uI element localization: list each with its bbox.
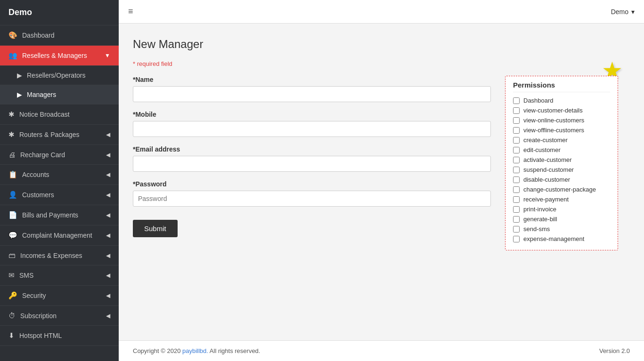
permission-checkbox-change-customer-package[interactable]	[513, 186, 520, 193]
sidebar-item-bills-payments[interactable]: 📄 Bills and Payments ◀	[0, 205, 119, 225]
permission-label-expense-management: expense-management	[523, 235, 584, 242]
footer-version-label: Version	[599, 347, 620, 354]
sidebar-item-label: Bills and Payments	[22, 211, 78, 219]
password-field-group: *Password	[133, 180, 491, 207]
sidebar-item-sms[interactable]: ✉ SMS ◀	[0, 265, 119, 286]
name-field-group: *Name	[133, 76, 491, 102]
page-title: New Manager	[133, 38, 630, 51]
permission-item-edit-customer: edit-customer	[513, 146, 610, 153]
permission-item-print-invoice: print-invoice	[513, 206, 610, 213]
permission-checkbox-view-online-customers[interactable]	[513, 117, 520, 124]
permission-checkbox-dashboard[interactable]	[513, 97, 520, 104]
mobile-label: *Mobile	[133, 111, 491, 118]
permission-checkbox-print-invoice[interactable]	[513, 206, 520, 213]
sidebar-item-label: Managers	[27, 91, 56, 98]
sidebar-item-managers[interactable]: ▶ Managers	[0, 85, 119, 104]
sidebar-item-resellers-operators[interactable]: ▶ Resellers/Operators	[0, 66, 119, 85]
sidebar-item-label: Accounts	[22, 171, 49, 178]
name-label: *Name	[133, 76, 491, 83]
permission-label-activate-customer: activate-customer	[523, 156, 572, 163]
chevron-down-icon: ▼	[105, 52, 110, 59]
sidebar-item-complaint-management[interactable]: 💬 Complaint Management ◀	[0, 225, 119, 246]
permission-label-create-customer: create-customer	[523, 136, 568, 144]
password-input[interactable]	[133, 191, 491, 207]
permission-label-edit-customer: edit-customer	[523, 146, 561, 153]
sidebar-item-label: Hotspot HTML	[19, 332, 62, 339]
sidebar-item-dashboard[interactable]: 🎨 Dashboard	[0, 25, 119, 46]
user-label: Demo	[611, 8, 628, 16]
email-label: *Email address	[133, 145, 491, 153]
permission-label-generate-bill: generate-bill	[523, 216, 557, 223]
permission-checkbox-create-customer[interactable]	[513, 137, 520, 144]
sidebar-item-label: Resellers/Operators	[27, 72, 86, 79]
submit-button[interactable]: Submit	[133, 220, 178, 237]
permission-checkbox-edit-customer[interactable]	[513, 147, 520, 153]
sidebar-item-label: Security	[22, 292, 46, 299]
sidebar-item-incomes-expenses[interactable]: 🗃 Incomes & Expenses ◀	[0, 246, 119, 265]
mobile-input[interactable]	[133, 121, 491, 137]
footer-brand-link[interactable]: paybillbd.	[182, 347, 208, 354]
sidebar-item-recharge-card[interactable]: 🖨 Recharge Card ◀	[0, 145, 119, 165]
permission-checkbox-receive-payment[interactable]	[513, 196, 520, 203]
sidebar-item-label: Recharge Card	[20, 151, 65, 159]
chevron-left-icon: ◀	[106, 313, 110, 319]
chevron-left-icon: ◀	[106, 152, 110, 158]
footer-version-number: 2.0	[621, 347, 630, 354]
user-menu[interactable]: Demo ▾	[611, 8, 635, 16]
chevron-left-icon: ◀	[106, 292, 110, 299]
sidebar-item-label: Complaint Management	[22, 232, 92, 239]
incomes-icon: 🗃	[8, 251, 16, 259]
permissions-box: Permissions Dashboard view-customer-deta…	[505, 76, 618, 250]
sidebar-item-label: Resellers & Managers	[22, 52, 87, 59]
bills-icon: 📄	[8, 211, 17, 219]
sidebar: Demo 🎨 Dashboard 👥 Resellers & Managers …	[0, 0, 119, 361]
sidebar-item-label: Notice Broadcast	[19, 111, 70, 118]
permission-checkbox-suspend-customer[interactable]	[513, 167, 520, 173]
permission-checkbox-expense-management[interactable]	[513, 236, 520, 242]
permission-label-view-offline-customers: view-offline-customers	[523, 127, 584, 134]
permissions-title: Permissions	[513, 81, 610, 92]
sidebar-item-subscription[interactable]: ⏱ Subscription ◀	[0, 306, 119, 326]
permission-checkbox-disable-customer[interactable]	[513, 176, 520, 183]
sidebar-item-routers-packages[interactable]: ✱ Routers & Packages ◀	[0, 125, 119, 145]
name-input[interactable]	[133, 86, 491, 102]
sidebar-item-security[interactable]: 🔑 Security ◀	[0, 286, 119, 306]
sidebar-item-resellers-managers[interactable]: 👥 Resellers & Managers ▼	[0, 46, 119, 66]
footer-copyright-text: Copyright © 2020	[133, 347, 182, 354]
permission-checkbox-generate-bill[interactable]	[513, 216, 520, 223]
hotspot-icon: ⬇	[8, 331, 15, 340]
chevron-left-icon: ◀	[106, 131, 110, 138]
footer-rights-text: All rights reserved.	[208, 347, 261, 354]
sidebar-item-accounts[interactable]: 📋 Accounts ◀	[0, 165, 119, 185]
permissions-section: ★ Permissions Dashboard view-customer-de…	[505, 76, 618, 250]
permission-item-disable-customer: disable-customer	[513, 176, 610, 183]
security-icon: 🔑	[8, 291, 17, 300]
permission-label-suspend-customer: suspend-customer	[523, 166, 574, 173]
permission-checkbox-view-offline-customers[interactable]	[513, 127, 520, 134]
sms-icon: ✉	[8, 271, 15, 280]
password-label: *Password	[133, 180, 491, 188]
permission-item-change-customer-package: change-customer-package	[513, 186, 610, 193]
chevron-left-icon: ◀	[106, 212, 110, 218]
sidebar-item-hotspot-html[interactable]: ⬇ Hotspot HTML	[0, 326, 119, 346]
menu-toggle-button[interactable]: ≡	[128, 7, 133, 16]
topbar: ≡ Demo ▾	[119, 0, 644, 24]
permission-checkbox-send-sms[interactable]	[513, 226, 520, 233]
email-input[interactable]	[133, 156, 491, 172]
permission-checkbox-activate-customer[interactable]	[513, 157, 520, 163]
permission-item-send-sms: send-sms	[513, 225, 610, 233]
content-area: New Manager * required field *Name *Mobi…	[119, 24, 644, 340]
footer: Copyright © 2020 paybillbd. All rights r…	[119, 340, 644, 361]
sidebar-item-notice-broadcast[interactable]: ✱ Notice Broadcast	[0, 104, 119, 125]
permission-checkbox-view-customer-details[interactable]	[513, 107, 520, 114]
sidebar-item-label: SMS	[19, 272, 33, 279]
sidebar-item-label: Incomes & Expenses	[20, 252, 82, 259]
permission-label-view-customer-details: view-customer-details	[523, 107, 583, 114]
required-field-note: * required field	[133, 60, 630, 67]
sidebar-item-customers[interactable]: 👤 Customers ◀	[0, 185, 119, 205]
permission-item-generate-bill: generate-bill	[513, 216, 610, 223]
sidebar-item-label: Customers	[22, 191, 54, 199]
form-container: *Name *Mobile *Email address *Password S…	[133, 76, 630, 250]
sidebar-header: Demo	[0, 0, 119, 25]
complaint-icon: 💬	[8, 231, 17, 240]
